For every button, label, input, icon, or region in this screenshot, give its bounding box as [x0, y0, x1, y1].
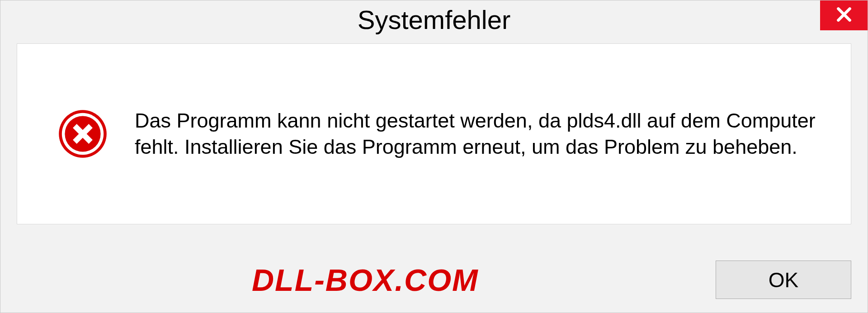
error-icon	[58, 109, 108, 159]
watermark-text: DLL-BOX.COM	[252, 262, 479, 298]
message-panel: Das Programm kann nicht gestartet werden…	[17, 43, 851, 224]
close-button[interactable]	[820, 0, 868, 30]
footer: DLL-BOX.COM OK	[0, 261, 868, 299]
error-message: Das Programm kann nicht gestartet werden…	[135, 108, 824, 161]
close-icon	[835, 6, 853, 25]
ok-button[interactable]: OK	[716, 261, 851, 299]
titlebar: Systemfehler	[0, 0, 868, 39]
dialog-title: Systemfehler	[358, 5, 510, 35]
